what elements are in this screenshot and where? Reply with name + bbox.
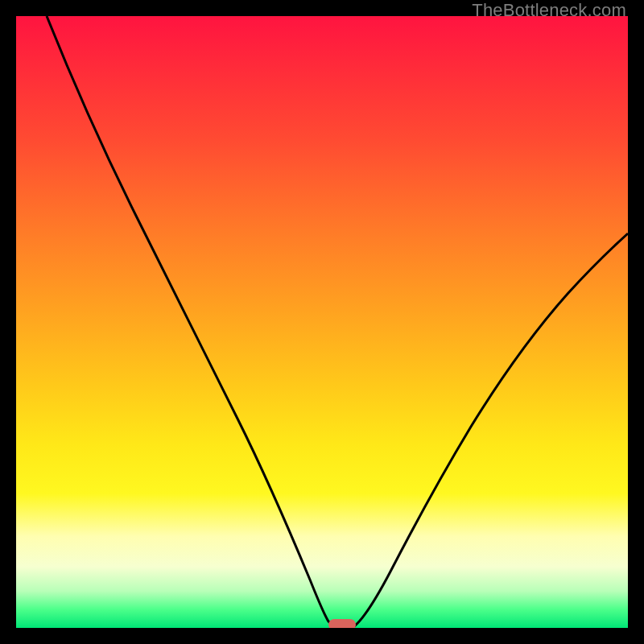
bottleneck-curve xyxy=(47,16,628,626)
curve-layer xyxy=(16,16,628,628)
chart-container: TheBottleneck.com xyxy=(0,0,644,644)
watermark-text: TheBottleneck.com xyxy=(472,0,626,21)
optimal-marker xyxy=(328,619,356,628)
plot-area xyxy=(16,16,628,628)
